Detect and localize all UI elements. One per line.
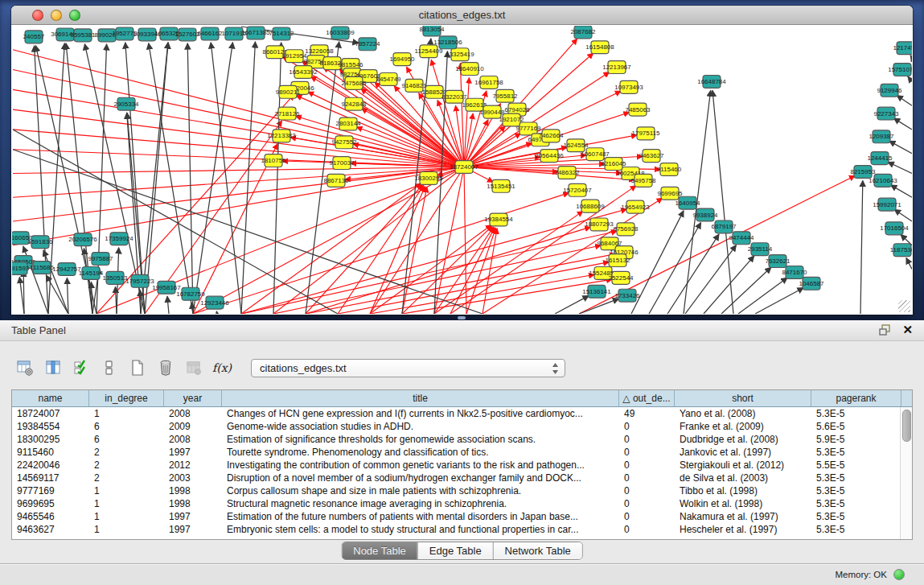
graph-edge[interactable] xyxy=(13,50,464,167)
graph-edge[interactable] xyxy=(450,228,495,314)
graph-edge[interactable] xyxy=(483,229,497,314)
table-row[interactable]: 1872400712008Changes of HCN gene express… xyxy=(12,407,912,420)
table-cell[interactable]: 1997 xyxy=(164,446,222,459)
column-header-in_degree[interactable]: in_degree xyxy=(89,390,164,406)
window-zoom-button[interactable] xyxy=(69,10,80,21)
table-cell[interactable]: Investigating the contribution of common… xyxy=(222,459,619,472)
select-all-rows-button[interactable] xyxy=(71,357,92,378)
table-cell[interactable]: 9465546 xyxy=(12,510,89,523)
table-cell[interactable]: Estimation of the future numbers of pati… xyxy=(222,510,619,523)
show-columns-button[interactable] xyxy=(43,357,64,378)
graph-edge[interactable] xyxy=(187,43,193,314)
graph-edge[interactable] xyxy=(667,234,719,314)
table-cell[interactable]: 9115460 xyxy=(12,446,89,459)
network-window-titlebar[interactable]: citations_edges.txt xyxy=(11,6,913,25)
graph-edge[interactable] xyxy=(897,95,912,105)
graph-edge[interactable] xyxy=(755,288,803,314)
table-vertical-scrollbar[interactable] xyxy=(900,407,912,539)
table-cell[interactable]: Dudbridge et al. (2008) xyxy=(675,433,811,446)
table-cell[interactable]: 0 xyxy=(619,433,675,446)
function-builder-button[interactable]: f(x) xyxy=(211,357,232,378)
graph-edge[interactable] xyxy=(141,43,168,314)
table-cell[interactable]: 5.3E-5 xyxy=(811,510,901,523)
graph-edge[interactable] xyxy=(893,118,912,130)
table-row[interactable]: 969969511998Structural magnetic resonanc… xyxy=(12,497,912,510)
window-minimize-button[interactable] xyxy=(51,10,62,21)
graph-edge[interactable] xyxy=(145,43,168,314)
window-resize-grip[interactable] xyxy=(898,300,910,312)
table-settings-button[interactable] xyxy=(14,357,35,378)
column-header-short[interactable]: short xyxy=(675,390,811,406)
graph-edge[interactable] xyxy=(894,209,912,221)
table-cell[interactable]: Yano et al. (2008) xyxy=(675,407,811,420)
table-cell[interactable]: 5.3E-5 xyxy=(811,446,901,459)
graph-edge[interactable] xyxy=(910,56,912,58)
graph-edge[interactable] xyxy=(891,185,912,197)
table-cell[interactable]: 14569117 xyxy=(12,472,89,484)
tab-node-table[interactable]: Node Table xyxy=(342,542,417,559)
table-cell[interactable]: 22420046 xyxy=(12,459,89,472)
table-cell[interactable]: 2 xyxy=(89,446,164,459)
graph-edge[interactable] xyxy=(434,211,583,314)
table-cell[interactable]: 2009 xyxy=(164,420,222,433)
table-cell[interactable]: 1998 xyxy=(164,497,222,510)
graph-edge[interactable] xyxy=(216,311,217,314)
graph-edge[interactable] xyxy=(713,90,733,314)
table-cell[interactable]: 19384554 xyxy=(12,420,89,433)
table-cell[interactable]: 0 xyxy=(619,523,675,536)
table-cell[interactable]: Jankovic et al. (1997) xyxy=(675,446,811,459)
graph-edge[interactable] xyxy=(43,250,68,314)
table-row[interactable]: 946554611997Estimation of the future num… xyxy=(12,510,912,523)
table-cell[interactable]: 2 xyxy=(89,459,164,472)
graph-edge[interactable] xyxy=(370,186,425,314)
table-cell[interactable]: 18300295 xyxy=(12,433,89,446)
table-cell[interactable]: Stergiakouli et al. (2012) xyxy=(675,459,811,472)
table-cell[interactable]: 0 xyxy=(619,497,675,510)
graph-edge[interactable] xyxy=(685,245,736,314)
graph-edge[interactable] xyxy=(889,141,912,154)
table-cell[interactable]: 0 xyxy=(619,510,675,523)
table-cell[interactable]: 5.3E-5 xyxy=(811,484,901,497)
graph-edge[interactable] xyxy=(908,76,912,81)
close-panel-icon[interactable]: ✕ xyxy=(902,323,913,336)
table-cell[interactable]: 2012 xyxy=(164,459,222,472)
graph-edge[interactable] xyxy=(13,130,464,167)
table-cell[interactable]: 1998 xyxy=(164,484,222,497)
table-cell[interactable]: 9463627 xyxy=(12,523,89,536)
graph-edge[interactable] xyxy=(906,257,912,269)
graph-edge[interactable] xyxy=(738,278,787,314)
column-header-name[interactable]: name xyxy=(12,390,89,406)
create-new-table-button[interactable] xyxy=(127,357,148,378)
table-cell[interactable]: 1 xyxy=(89,510,164,523)
network-canvas[interactable]: 1872400718300295193845541513545186601288… xyxy=(12,26,912,314)
table-cell[interactable]: 49 xyxy=(619,407,675,420)
table-cell[interactable]: 6 xyxy=(89,420,164,433)
graph-edge[interactable] xyxy=(860,180,863,314)
table-cell[interactable]: 0 xyxy=(619,459,675,472)
table-cell[interactable]: 9777169 xyxy=(12,484,89,497)
table-cell[interactable]: 0 xyxy=(619,420,675,433)
table-row[interactable]: 977716911998Corpus callosum shape and si… xyxy=(12,484,912,497)
table-cell[interactable]: 2003 xyxy=(164,472,222,484)
column-header-year[interactable]: year xyxy=(164,390,222,406)
table-cell[interactable]: Changes of HCN gene expression and I(f) … xyxy=(222,407,619,420)
graph-edge[interactable] xyxy=(241,209,626,314)
table-row[interactable]: 1830029562008Estimation of significance … xyxy=(12,433,912,446)
graph-edge[interactable] xyxy=(273,43,281,314)
table-cell[interactable]: Franke et al. (2009) xyxy=(675,420,811,433)
table-row[interactable]: 946362711997Embryonic stem cells: a mode… xyxy=(12,523,912,536)
graph-edge[interactable] xyxy=(13,150,483,314)
table-cell[interactable]: Tourette syndrome. Phenomenology and cla… xyxy=(222,446,619,459)
table-cell[interactable]: 0 xyxy=(619,446,675,459)
table-cell[interactable]: Nakamura et al. (1997) xyxy=(675,510,811,523)
table-row[interactable]: 1456911722003Disruption of a novel membe… xyxy=(12,472,912,484)
table-cell[interactable]: 5.5E-5 xyxy=(811,459,901,472)
table-cell[interactable]: 5.3E-5 xyxy=(811,407,901,420)
table-row[interactable]: 911546021997Tourette syndrome. Phenomeno… xyxy=(12,446,912,459)
table-cell[interactable]: 9699695 xyxy=(12,497,89,510)
table-cell[interactable]: 5.3E-5 xyxy=(811,497,901,510)
delete-table-button[interactable] xyxy=(155,357,176,378)
graph-edge[interactable] xyxy=(721,267,771,314)
table-row[interactable]: 2242004622012Investigating the contribut… xyxy=(12,459,912,472)
table-cell[interactable]: Embryonic stem cells: a model to study s… xyxy=(222,523,619,536)
